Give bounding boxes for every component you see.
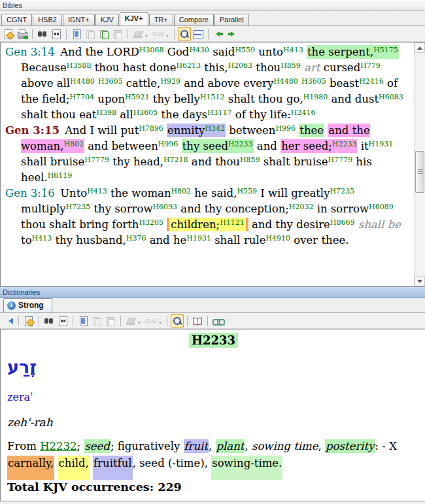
scrollbar-thumb[interactable] (415, 151, 424, 193)
strong-number[interactable]: H342 (205, 124, 225, 133)
tab-hsb2[interactable]: HSB2 (33, 14, 62, 25)
paste-icon[interactable] (111, 27, 124, 41)
vertical-scrollbar[interactable] (414, 42, 425, 286)
strong-number[interactable]: H2416 (359, 77, 384, 86)
strong-number[interactable]: H3117 (207, 109, 232, 117)
copy-icon[interactable] (90, 314, 103, 328)
strong-number[interactable]: H4910 (265, 234, 290, 243)
strong-number[interactable]: H398 (96, 109, 116, 117)
strong-number[interactable]: H996 (275, 124, 296, 133)
strong-number[interactable]: H1931 (369, 140, 394, 148)
tab-cgnt[interactable]: CGNT (1, 14, 32, 25)
strong-number[interactable]: H2063 (228, 61, 253, 70)
strong-number[interactable]: H559 (235, 46, 255, 54)
strong-number[interactable]: H3068 (139, 46, 164, 54)
strong-number[interactable]: H413 (87, 187, 107, 195)
strong-number[interactable]: H8669 (330, 218, 355, 227)
document-icon[interactable] (70, 27, 83, 41)
god-word-label[interactable]: God (150, 27, 171, 41)
strong-number[interactable]: H1980 (303, 93, 328, 101)
open-note-icon[interactable] (22, 314, 35, 328)
strong-number[interactable]: H779 (360, 61, 381, 70)
tab-kjv[interactable]: KJV+ (120, 12, 148, 25)
back-arrow-icon[interactable] (212, 27, 225, 41)
strong-number[interactable]: H413 (283, 46, 303, 54)
strong-number[interactable]: H413 (32, 234, 52, 243)
scroll-down-button[interactable] (415, 276, 425, 286)
strong-number[interactable]: H859 (240, 156, 260, 164)
strong-number[interactable]: H5175 (373, 46, 398, 54)
search-icon[interactable] (36, 27, 49, 41)
tab-kjv[interactable]: KJV (95, 14, 119, 25)
link-icon[interactable] (211, 314, 224, 328)
strong-number[interactable]: H2233 (228, 140, 253, 148)
open-note-icon[interactable] (2, 27, 15, 41)
dictionary-entry-pane[interactable]: H2233 זֶרַע zeraʿ zeh'-rah From H2232; s… (0, 329, 425, 501)
strong-number[interactable]: H376 (126, 234, 146, 243)
strong-number[interactable]: H2416 (291, 109, 316, 117)
tab-compare[interactable]: Compare (174, 14, 214, 25)
text-run: enmity (167, 124, 205, 137)
strong-number[interactable]: H3605 (301, 77, 326, 86)
strong-number[interactable]: H929 (160, 77, 180, 86)
print-icon[interactable] (16, 27, 29, 41)
strong-number[interactable]: H7704 (69, 93, 94, 101)
strong-number[interactable]: H3588 (67, 61, 92, 70)
copy-icon (85, 29, 95, 39)
god-word-label[interactable]: God (143, 314, 163, 328)
strong-number[interactable]: H6213 (176, 61, 201, 70)
copy-add-icon[interactable] (97, 27, 110, 41)
highlighter-icon[interactable] (124, 314, 143, 328)
strong-number[interactable]: H4480 (273, 77, 298, 86)
strong-number[interactable]: H3205 (139, 218, 164, 227)
strong-number[interactable]: H6089 (369, 203, 394, 211)
strong-number[interactable]: H430 (189, 46, 209, 54)
strong-number[interactable]: H802 (171, 187, 192, 195)
paste-icon[interactable] (104, 314, 117, 328)
strong-number[interactable]: H5921 (125, 93, 150, 101)
strong-number[interactable]: H2032 (289, 203, 314, 211)
search-page-icon[interactable] (50, 27, 63, 41)
strong-number[interactable]: H1121 (220, 218, 245, 227)
strong-number[interactable]: H859 (280, 61, 301, 70)
tab-parallel[interactable]: Parallel (214, 14, 249, 25)
verse-reference[interactable]: Gen 3:15 (5, 124, 60, 137)
strong-number[interactable]: H7235 (66, 203, 91, 211)
verse-text-pane[interactable]: Gen 3:14 And the LORDH3068 GodH430 saidH… (1, 42, 414, 286)
strong-number[interactable]: H7218 (163, 156, 188, 164)
strong-number[interactable]: H7235 (330, 187, 354, 195)
strong-number[interactable]: H996 (158, 140, 178, 148)
strong-number[interactable]: H1512 (200, 93, 225, 101)
verse-reference[interactable]: Gen 3:16 (5, 187, 55, 199)
scroll-up-button[interactable] (415, 42, 425, 53)
zoom-icon[interactable] (171, 314, 184, 328)
book-icon[interactable] (191, 314, 204, 328)
strong-number[interactable]: H7779 (84, 156, 109, 164)
tab-ignt[interactable]: IGNT+ (63, 14, 95, 25)
forward-arrow-icon[interactable] (226, 27, 239, 41)
split-view-icon[interactable] (192, 27, 205, 41)
strong-number[interactable]: H3605 (133, 109, 158, 117)
strong-number[interactable]: H4480 (70, 77, 95, 86)
strong-link[interactable]: H2232 (40, 440, 76, 452)
search-page-icon[interactable] (56, 314, 69, 328)
document-icon[interactable] (76, 314, 90, 328)
highlighter-icon[interactable] (131, 27, 150, 41)
tab-tr[interactable]: TR+ (149, 14, 173, 25)
strong-number[interactable]: H7779 (328, 156, 352, 164)
strong-number[interactable]: H7896 (139, 124, 163, 133)
strong-number[interactable]: H802 (63, 140, 84, 148)
strong-number[interactable]: H6093 (153, 203, 178, 211)
copy-icon[interactable] (84, 27, 97, 41)
zoom-icon[interactable] (178, 27, 191, 41)
strong-number[interactable]: H1931 (186, 234, 211, 243)
search-icon[interactable] (42, 314, 56, 328)
strong-number[interactable]: H2233 (332, 140, 357, 148)
strong-number[interactable]: H6083 (379, 93, 403, 101)
verse-reference[interactable]: Gen 3:14 (5, 46, 55, 58)
strong-number[interactable]: H559 (237, 187, 257, 195)
strong-number[interactable]: H3605 (98, 77, 123, 86)
strong-number[interactable]: H6119 (48, 171, 73, 180)
tab-strong[interactable]: Strong (3, 298, 52, 312)
back-arrow-blue-icon[interactable] (2, 314, 15, 328)
